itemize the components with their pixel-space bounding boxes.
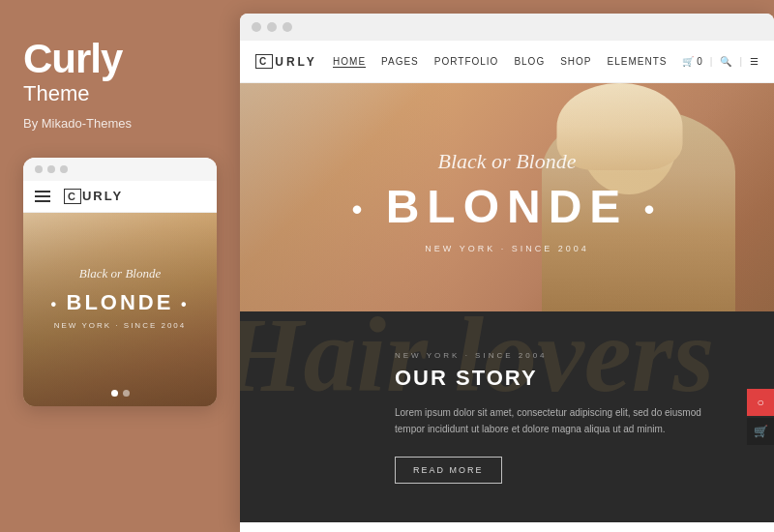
desktop-dot-3 [283,22,292,32]
nav-link-home[interactable]: HOME [333,56,366,68]
mobile-logo-box: C [64,189,81,204]
desktop-story-section: Hair lovers NEW YORK · SINCE 2004 OUR ST… [240,311,774,522]
nav-link-elements[interactable]: ELEMENTS [608,56,668,68]
mobile-dot-1 [35,165,43,173]
mobile-dot-2 [47,165,55,173]
desktop-nav: C URLY HOME PAGES PORTFOLIO BLOG SHOP EL… [240,41,774,83]
cart-icon[interactable]: 🛒 0 [682,56,701,67]
mobile-hero-sub: NEW YORK · SINCE 2004 [23,321,217,330]
desktop-dot-2 [267,22,277,32]
read-more-button[interactable]: READ MORE [395,457,502,484]
desktop-logo: C URLY [255,54,317,69]
hero-script-text: Black or Blonde [240,149,774,174]
mobile-dot-nav-2[interactable] [123,390,130,397]
mobile-nav: CURLY [23,181,217,213]
search-icon[interactable]: 🔍 [720,56,731,67]
desktop-top-bar [240,14,774,41]
mobile-logo: CURLY [64,189,123,204]
menu-icon[interactable]: ☰ [750,56,759,67]
nav-link-shop[interactable]: SHOP [560,56,591,68]
desktop-dot-1 [252,22,261,32]
mobile-pagination-dots [23,390,217,397]
desktop-logo-box: C [255,54,273,69]
hamburger-icon[interactable] [35,191,50,202]
mobile-hero-script: Black or Blonde [23,266,217,281]
mobile-hero: Black or Blonde BLONDE NEW YORK · SINCE … [23,213,217,406]
mobile-top-bar [23,158,217,181]
left-panel: Curly Theme By Mikado-Themes CURLY Black… [0,0,240,532]
story-content: NEW YORK · SINCE 2004 OUR STORY Lorem ip… [240,311,755,522]
story-body-text: Lorem ipsum dolor sit amet, consectetur … [395,404,724,437]
hero-main-text: BLONDE [240,180,774,233]
mobile-hero-main: BLONDE [23,290,217,315]
nav-link-portfolio[interactable]: PORTFOLIO [434,56,499,68]
nav-link-pages[interactable]: PAGES [381,56,419,68]
nav-link-blog[interactable]: BLOG [514,56,545,68]
desktop-hero: Black or Blonde BLONDE NEW YORK · SINCE … [240,83,774,311]
brand-title: Curly [23,39,217,79]
mobile-dot-3 [60,165,68,173]
brand-by: By Mikado-Themes [23,116,217,131]
story-location: NEW YORK · SINCE 2004 [395,351,724,360]
desktop-logo-text: URLY [275,55,317,69]
mobile-mockup: CURLY Black or Blonde BLONDE NEW YORK · … [23,158,217,406]
mobile-logo-text: URLY [82,189,123,203]
mobile-dot-nav-1[interactable] [111,390,118,397]
desktop-nav-icons: 🛒 0 | 🔍 | ☰ [682,56,759,67]
brand-subtitle: Theme [23,81,217,106]
hero-sub-text: NEW YORK · SINCE 2004 [240,244,774,253]
desktop-nav-links: HOME PAGES PORTFOLIO BLOG SHOP ELEMENTS [333,56,667,68]
desktop-mockup: C URLY HOME PAGES PORTFOLIO BLOG SHOP EL… [240,14,774,532]
story-title: OUR STORY [395,366,724,391]
